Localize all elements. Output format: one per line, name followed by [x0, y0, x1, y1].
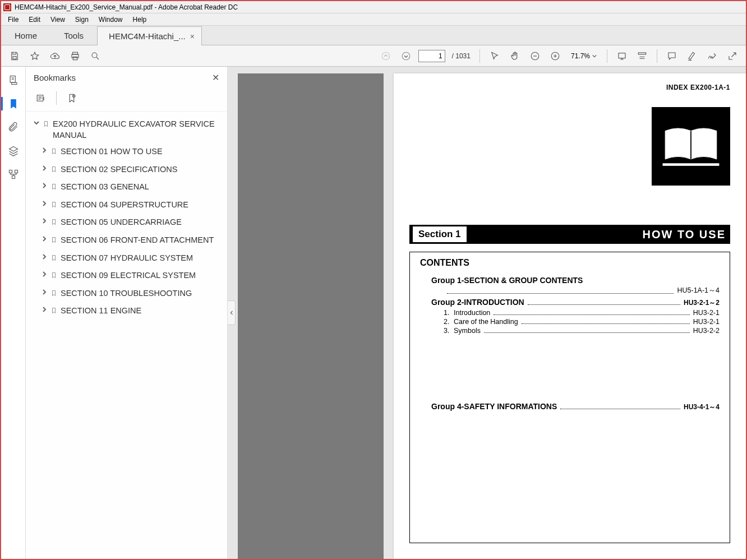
- sign-icon[interactable]: [704, 48, 720, 64]
- chevron-right-icon[interactable]: [40, 289, 48, 295]
- svg-rect-14: [15, 170, 17, 173]
- bookmark-item[interactable]: SECTION 05 UNDERCARRIAGE: [39, 214, 222, 232]
- bookmark-item[interactable]: SECTION 09 ELECTRICAL SYSTEM: [39, 267, 222, 285]
- save-icon[interactable]: [7, 48, 22, 64]
- bookmark-label: SECTION 04 SUPERSTRUCTURE: [61, 200, 220, 211]
- titlebar: HEMC4M-Hitachi_Ex200_Service_Manual.pdf …: [1, 1, 746, 13]
- thumbnails-icon[interactable]: [6, 72, 21, 88]
- bookmark-item[interactable]: SECTION 10 TROUBLESHOOTING: [39, 285, 222, 303]
- comment-icon[interactable]: [664, 48, 680, 64]
- tab-close-icon[interactable]: ×: [190, 32, 195, 41]
- svg-rect-3: [73, 57, 77, 59]
- bookmark-label: SECTION 11 ENGINE: [61, 306, 220, 317]
- menubar: File Edit View Sign Window Help: [1, 13, 746, 26]
- document-area[interactable]: INDEX EX200-1A-1 Section 1 HOW TO USE CO…: [228, 67, 746, 559]
- collapse-panel-icon[interactable]: [228, 300, 236, 325]
- bookmark-icon: [50, 236, 58, 247]
- page-view-icon[interactable]: [634, 48, 650, 64]
- share-icon[interactable]: [725, 48, 740, 64]
- chevron-right-icon[interactable]: [40, 201, 48, 206]
- chevron-right-icon[interactable]: [40, 307, 48, 312]
- bookmark-label: SECTION 09 ELECTRICAL SYSTEM: [61, 270, 220, 281]
- contents-box: CONTENTS Group 1-SECTION & GROUP CONTENT…: [409, 252, 730, 543]
- pdf-page: INDEX EX200-1A-1 Section 1 HOW TO USE CO…: [394, 73, 746, 559]
- svg-point-6: [402, 52, 410, 60]
- hand-tool-icon[interactable]: [507, 48, 523, 64]
- contents-heading: CONTENTS: [420, 258, 720, 268]
- bookmark-options-icon[interactable]: [34, 91, 48, 105]
- svg-point-5: [382, 52, 390, 60]
- tab-home[interactable]: Home: [1, 26, 50, 45]
- zoom-out-icon[interactable]: [527, 48, 543, 64]
- bookmark-icon: [50, 218, 58, 229]
- menu-sign[interactable]: Sign: [71, 15, 93, 25]
- bookmark-label: EX200 HYDRAULIC EXCAVATOR SERVICE MANUAL: [53, 119, 220, 141]
- bookmark-item[interactable]: SECTION 07 HYDRAULIC SYSTEM: [39, 250, 222, 268]
- cloud-upload-icon[interactable]: [47, 48, 63, 64]
- zoom-select[interactable]: 71.7%: [568, 51, 600, 61]
- menu-window[interactable]: Window: [94, 15, 127, 25]
- svg-rect-0: [13, 56, 16, 59]
- menu-view[interactable]: View: [46, 15, 70, 25]
- find-bookmark-icon[interactable]: [64, 91, 79, 105]
- svg-rect-12: [11, 82, 16, 84]
- bookmark-icon: [50, 165, 58, 177]
- separator: [607, 49, 607, 63]
- bookmark-item[interactable]: SECTION 03 GENENAL: [39, 179, 222, 197]
- bookmark-tree: EX200 HYDRAULIC EXCAVATOR SERVICE MANUAL…: [26, 112, 227, 325]
- bookmark-label: SECTION 05 UNDERCARRIAGE: [61, 217, 220, 228]
- separator: [479, 49, 480, 63]
- bookmark-root[interactable]: EX200 HYDRAULIC EXCAVATOR SERVICE MANUAL: [31, 116, 222, 144]
- app-icon: [3, 3, 11, 11]
- group-row: Group 1-SECTION & GROUP CONTENTS: [431, 276, 720, 285]
- section-bar: Section 1 HOW TO USE: [409, 225, 730, 244]
- bookmark-label: SECTION 02 SPECIFICATIONS: [61, 164, 220, 175]
- svg-rect-9: [619, 53, 625, 58]
- bookmarks-icon[interactable]: [6, 96, 21, 112]
- bookmarks-panel: Bookmarks ✕ EX200 HYDRAULIC EXCAVATOR SE…: [26, 67, 228, 559]
- bookmark-item[interactable]: SECTION 04 SUPERSTRUCTURE: [39, 197, 222, 215]
- bookmark-icon: [50, 307, 58, 318]
- bookmark-icon: [50, 147, 58, 159]
- fit-width-icon[interactable]: [614, 48, 630, 64]
- contents-item: 2.Care of the HandlingHU3-2-1: [444, 318, 720, 326]
- chevron-right-icon[interactable]: [40, 165, 48, 171]
- chevron-right-icon[interactable]: [40, 254, 48, 260]
- bookmark-item[interactable]: SECTION 02 SPECIFICATIONS: [39, 161, 222, 179]
- pointer-tool-icon[interactable]: [487, 48, 502, 64]
- page-up-icon[interactable]: [378, 48, 394, 64]
- bookmark-label: SECTION 01 HOW TO USE: [61, 146, 220, 158]
- zoom-in-icon[interactable]: [547, 48, 563, 64]
- toolbar: / 1031 71.7%: [1, 45, 746, 67]
- body: Bookmarks ✕ EX200 HYDRAULIC EXCAVATOR SE…: [1, 67, 746, 559]
- chevron-right-icon[interactable]: [40, 183, 48, 188]
- chevron-right-icon[interactable]: [40, 236, 48, 242]
- tab-tools[interactable]: Tools: [50, 26, 97, 45]
- tab-document[interactable]: HEMC4M-Hitachi_... ×: [97, 26, 202, 45]
- contents-item: 3.SymbolsHU3-2-2: [444, 327, 720, 335]
- svg-rect-13: [9, 170, 12, 173]
- attachments-icon[interactable]: [6, 119, 21, 135]
- layers-icon[interactable]: [6, 143, 21, 159]
- bookmark-item[interactable]: SECTION 11 ENGINE: [39, 303, 222, 321]
- chevron-right-icon[interactable]: [40, 271, 48, 277]
- model-tree-icon[interactable]: [6, 166, 21, 182]
- page-down-icon[interactable]: [398, 48, 414, 64]
- menu-help[interactable]: Help: [128, 15, 151, 25]
- chevron-right-icon[interactable]: [40, 218, 48, 224]
- bookmark-item[interactable]: SECTION 06 FRONT-END ATTACHMENT: [39, 232, 222, 250]
- close-icon[interactable]: ✕: [212, 72, 219, 83]
- separator: [657, 49, 657, 63]
- menu-file[interactable]: File: [3, 15, 23, 25]
- chevron-right-icon[interactable]: [40, 147, 48, 153]
- search-icon[interactable]: [87, 48, 103, 64]
- page-number-input[interactable]: [418, 50, 445, 62]
- print-icon[interactable]: [67, 48, 83, 64]
- svg-point-4: [92, 53, 97, 58]
- bookmark-item[interactable]: SECTION 01 HOW TO USE: [39, 144, 222, 161]
- bookmark-icon: [50, 289, 58, 300]
- chevron-down-icon[interactable]: [33, 120, 40, 126]
- highlight-icon[interactable]: [684, 48, 700, 64]
- menu-edit[interactable]: Edit: [24, 15, 45, 25]
- star-icon[interactable]: [27, 48, 43, 64]
